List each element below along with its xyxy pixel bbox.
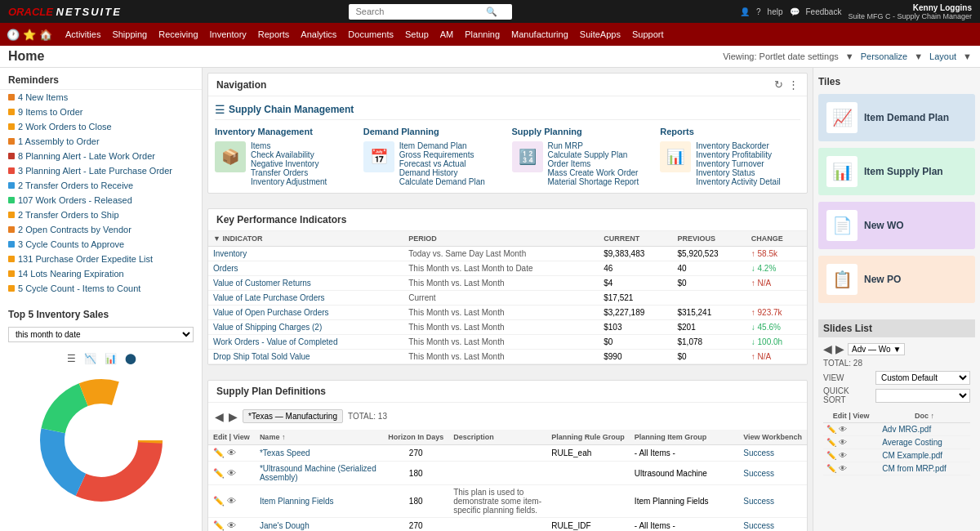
reminder-link[interactable]: 5 Cycle Count - Items to Count [18, 283, 140, 293]
slides-doc[interactable]: Adv MRG.pdf [879, 423, 970, 436]
kpi-indicator[interactable]: Drop Ship Total Sold Value [208, 350, 403, 364]
inventory-link-adjustment[interactable]: Inventory Adjustment [251, 177, 327, 186]
nav-item-inventory[interactable]: Inventory [205, 23, 252, 46]
supply-plan-prev[interactable]: ◀ [215, 410, 224, 423]
nav-item-reports[interactable]: Reports [253, 23, 295, 46]
nav-item-documents[interactable]: Documents [343, 23, 399, 46]
demand-link-forecast[interactable]: Forecast vs Actual [399, 159, 485, 168]
reminder-link[interactable]: 107 Work Orders - Released [18, 195, 132, 205]
supply-plan-filter[interactable]: *Texas — Manufacturing [243, 409, 343, 423]
search-input[interactable] [355, 7, 486, 16]
sp-name[interactable]: Item Planning Fields [255, 485, 383, 518]
slides-view-icon[interactable]: 👁 [839, 464, 847, 473]
demand-link-gross[interactable]: Gross Requirements [399, 150, 485, 159]
nav-item-shipping[interactable]: Shipping [107, 23, 152, 46]
kpi-indicator[interactable]: Work Orders - Value of Completed [208, 335, 403, 350]
reports-link-backorder[interactable]: Inventory Backorder [696, 141, 780, 150]
sp-workbench[interactable]: Success [738, 445, 807, 462]
nav-item-setup[interactable]: Setup [400, 23, 434, 46]
reminder-link[interactable]: 8 Planning Alert - Late Work Order [18, 151, 155, 161]
more-icon[interactable]: ⋮ [788, 78, 799, 91]
history-icon[interactable]: 🕐 [7, 29, 20, 41]
tile-item-supply-plan[interactable]: 📊 Item Supply Plan [818, 148, 975, 195]
sp-edit-icon[interactable]: ✏️ [213, 496, 225, 506]
reports-link-profitability[interactable]: Inventory Profitability [696, 150, 780, 159]
supply-link-calc[interactable]: Calculate Supply Plan [548, 150, 639, 159]
sp-name[interactable]: *Ultrasound Machine (Serialized Assembly… [255, 462, 383, 485]
sp-view-icon[interactable]: 👁 [227, 448, 236, 457]
slides-doc[interactable]: Average Costing [879, 436, 970, 449]
kpi-indicator[interactable]: Value of Open Purchase Orders [208, 306, 403, 320]
inventory-link-negative[interactable]: Negative Inventory [251, 159, 327, 168]
reminder-link[interactable]: 14 Lots Nearing Expiration [18, 269, 124, 279]
nav-item-analytics[interactable]: Analytics [296, 23, 341, 46]
kpi-indicator[interactable]: Inventory [208, 247, 403, 261]
tile-new-wo[interactable]: 📄 New WO [818, 202, 975, 249]
nav-item-manufacturing[interactable]: Manufacturing [506, 23, 573, 46]
tile-new-po[interactable]: 📋 New PO [818, 256, 975, 303]
sp-workbench[interactable]: Success [738, 462, 807, 485]
reminder-link[interactable]: 2 Transfer Orders to Receive [18, 181, 133, 190]
reminder-link[interactable]: 3 Planning Alert - Late Purchase Order [18, 166, 172, 176]
slides-edit-icon[interactable]: ✏️ [826, 438, 836, 447]
inventory-link-check[interactable]: Check Availability [251, 150, 327, 159]
kpi-indicator[interactable]: Value of Customer Returns [208, 276, 403, 291]
personalize-link[interactable]: Personalize [861, 51, 907, 61]
reports-link-turnover[interactable]: Inventory Turnover [696, 159, 780, 168]
reminder-link[interactable]: 4 New Items [18, 92, 68, 102]
demand-link-history[interactable]: Demand History [399, 168, 485, 177]
slides-dropdown[interactable]: Adv — Wo ▼ [848, 343, 905, 355]
sp-edit-icon[interactable]: ✏️ [213, 468, 225, 478]
nav-item-am[interactable]: AM [435, 23, 459, 46]
slides-edit-icon[interactable]: ✏️ [826, 464, 836, 473]
tile-item-demand-plan[interactable]: 📈 Item Demand Plan [818, 94, 975, 141]
reminder-link[interactable]: 2 Work Orders to Close [18, 122, 112, 132]
demand-link-plan[interactable]: Item Demand Plan [399, 141, 485, 150]
supply-link-mass[interactable]: Mass Create Work Order [548, 168, 639, 177]
reminder-link[interactable]: 2 Open Contracts by Vendor [18, 225, 131, 234]
demand-link-calculate[interactable]: Calculate Demand Plan [399, 177, 485, 186]
home-icon[interactable]: 🏠 [39, 29, 52, 41]
supply-link-order[interactable]: Order Items [548, 159, 639, 168]
reminder-link[interactable]: 1 Assembly to Order [18, 136, 100, 146]
nav-item-support[interactable]: Support [627, 23, 669, 46]
chart-line-icon[interactable]: 📉 [82, 352, 99, 365]
slides-view-select[interactable]: Custom Default [875, 371, 970, 385]
inventory-link-transfer[interactable]: Transfer Orders [251, 168, 327, 177]
inventory-link-items[interactable]: Items [251, 141, 327, 150]
reminder-link[interactable]: 9 Items to Order [18, 107, 82, 117]
chart-donut-icon[interactable]: ⬤ [122, 352, 138, 365]
reminder-link[interactable]: 3 Cycle Counts to Approve [18, 239, 124, 249]
sp-view-icon[interactable]: 👁 [227, 520, 236, 530]
slides-view-icon[interactable]: 👁 [839, 451, 847, 460]
slides-view-icon[interactable]: 👁 [839, 438, 847, 447]
sp-workbench[interactable]: Success [738, 518, 807, 532]
sp-view-icon[interactable]: 👁 [227, 496, 236, 506]
star-icon[interactable]: ⭐ [23, 29, 36, 41]
nav-item-activities[interactable]: Activities [60, 23, 105, 46]
kpi-indicator[interactable]: Value of Shipping Charges (2) [208, 320, 403, 335]
viewing-chevron[interactable]: ▼ [845, 51, 854, 61]
kpi-indicator[interactable]: Orders [208, 261, 403, 276]
nav-item-planning[interactable]: Planning [460, 23, 505, 46]
layout-link[interactable]: Layout [929, 51, 956, 61]
layout-chevron[interactable]: ▼ [963, 51, 972, 61]
reminder-link[interactable]: 131 Purchase Order Expedite List [18, 254, 153, 264]
kpi-indicator[interactable]: Value of Late Purchase Orders [208, 291, 403, 306]
supply-plan-next[interactable]: ▶ [229, 410, 238, 423]
supply-link-mrp[interactable]: Run MRP [548, 141, 639, 150]
sp-name[interactable]: *Texas Speed [255, 445, 383, 462]
chart-list-icon[interactable]: ☰ [65, 352, 78, 365]
slides-edit-icon[interactable]: ✏️ [826, 451, 836, 460]
sp-edit-icon[interactable]: ✏️ [213, 448, 225, 457]
personalize-chevron[interactable]: ▼ [914, 51, 923, 61]
sp-workbench[interactable]: Success [738, 485, 807, 518]
slides-quicksort-select[interactable] [875, 389, 970, 403]
slides-edit-icon[interactable]: ✏️ [826, 425, 836, 434]
period-select[interactable]: this month to date [8, 327, 194, 342]
nav-item-receiving[interactable]: Receiving [154, 23, 203, 46]
sp-name[interactable]: Jane's Dough [255, 518, 383, 532]
reports-link-activity[interactable]: Inventory Activity Detail [696, 177, 780, 186]
sp-edit-icon[interactable]: ✏️ [213, 520, 225, 530]
slides-prev-btn[interactable]: ◀ [823, 342, 832, 355]
